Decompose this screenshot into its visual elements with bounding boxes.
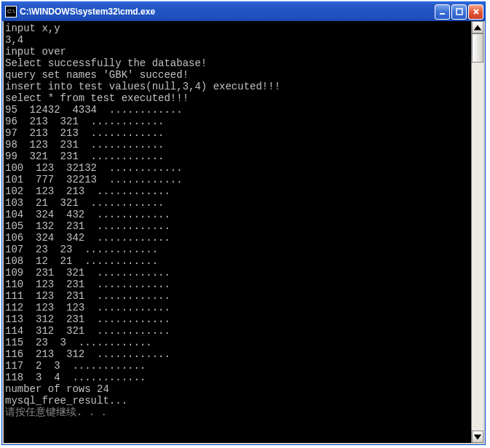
maximize-button[interactable] <box>451 4 467 20</box>
console-line: 112 123 123 ............ <box>5 302 471 313</box>
console-line: 118 3 4 ............ <box>5 372 471 383</box>
console-line: query set names 'GBK' succeed! <box>5 69 471 81</box>
console-line: 98 123 231 ............ <box>5 139 471 151</box>
console-line: input over <box>5 46 471 57</box>
console-line: insert into test values(null,3,4) execut… <box>5 81 471 92</box>
console-line: 104 324 432 ............ <box>5 209 471 220</box>
console-line: 108 12 21 ............ <box>5 255 471 267</box>
minimize-button[interactable] <box>435 4 450 20</box>
console-line: 114 312 321 ............ <box>5 325 471 337</box>
console-line: 106 324 342 ............ <box>5 232 471 244</box>
scroll-up-button[interactable] <box>472 21 483 33</box>
console-line: number of rows 24 <box>5 383 471 395</box>
console-line: 99 321 231 ............ <box>5 151 471 162</box>
window-title: C:\WINDOWS\system32\cmd.exe <box>20 7 435 17</box>
console-output[interactable]: input x,y3,4input overSelect successfull… <box>4 21 471 443</box>
svg-rect-0 <box>440 13 445 15</box>
scroll-thumb[interactable] <box>472 33 483 63</box>
vertical-scrollbar <box>471 21 483 443</box>
console-line: 103 21 321 ............ <box>5 197 471 209</box>
scroll-down-button[interactable] <box>472 431 483 443</box>
press-any-key-prompt: 请按任意键继续. . . <box>5 407 471 418</box>
console-line: 105 132 231 ............ <box>5 220 471 232</box>
console-line: 107 23 23 ............ <box>5 244 471 255</box>
console-line: 109 231 321 ............ <box>5 267 471 279</box>
console-line: 101 777 32213 ............ <box>5 174 471 185</box>
console-line: 113 312 231 ............ <box>5 313 471 325</box>
console-line: 102 123 213 ............ <box>5 185 471 197</box>
console-line: 117 2 3 ............ <box>5 360 471 372</box>
titlebar[interactable]: C:\ C:\WINDOWS\system32\cmd.exe <box>2 2 485 21</box>
console-line: 3,4 <box>5 34 471 46</box>
console-line: mysql_free_result... <box>5 395 471 407</box>
console-line: select * from test executed!!! <box>5 92 471 104</box>
scroll-track[interactable] <box>472 33 483 431</box>
console-line: 100 123 32132 ............ <box>5 162 471 174</box>
console-line: 115 23 3 ............ <box>5 337 471 348</box>
console-line: 116 213 312 ............ <box>5 348 471 360</box>
window-controls <box>435 4 483 20</box>
console-line: 95 12432 4334 ............ <box>5 104 471 116</box>
svg-rect-1 <box>457 9 462 15</box>
cmd-icon: C:\ <box>5 6 17 17</box>
console-line: input x,y <box>5 23 471 34</box>
close-button[interactable] <box>468 4 483 20</box>
console-line: 96 213 321 ............ <box>5 116 471 127</box>
console-line: Select successfully the database! <box>5 57 471 69</box>
client-area: input x,y3,4input overSelect successfull… <box>2 21 485 444</box>
cmd-window: C:\ C:\WINDOWS\system32\cmd.exe input x,… <box>1 1 486 445</box>
console-line: 110 123 231 ............ <box>5 279 471 290</box>
console-line: 97 213 213 ............ <box>5 127 471 139</box>
console-line: 111 123 231 ............ <box>5 290 471 302</box>
